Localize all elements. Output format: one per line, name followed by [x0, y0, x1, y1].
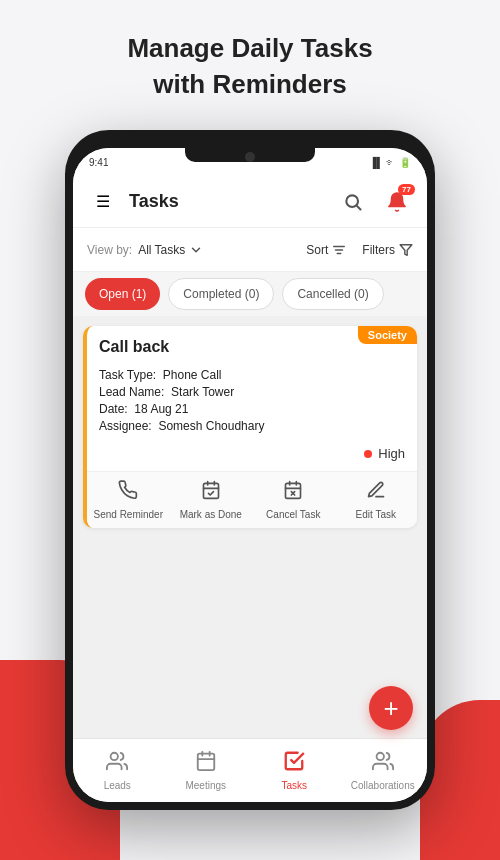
priority-label: High	[378, 446, 405, 461]
mark-done-label: Mark as Done	[180, 509, 242, 520]
collaborations-icon	[372, 750, 394, 777]
edit-task-label: Edit Task	[356, 509, 396, 520]
sort-icon	[332, 243, 346, 257]
lead-name-label: Lead Name:	[99, 385, 164, 399]
tab-open-label: Open (1)	[99, 287, 146, 301]
filters-button[interactable]: Filters	[362, 243, 413, 257]
search-icon	[343, 192, 363, 212]
phone-screen: 9:41 ▐▌ ᯤ 🔋 ☰ Tasks 77	[73, 148, 427, 802]
assignee-value: Somesh Choudhary	[158, 419, 264, 433]
send-reminder-button[interactable]: Send Reminder	[87, 472, 170, 528]
assignee-label: Assignee:	[99, 419, 152, 433]
chevron-down-icon	[189, 243, 203, 257]
task-meta: Task Type: Phone Call Lead Name: Stark T…	[87, 368, 417, 446]
nav-meetings[interactable]: Meetings	[162, 744, 251, 797]
filter-icon	[399, 243, 413, 257]
search-button[interactable]	[337, 186, 369, 218]
task-card: Call back Society Task Type: Phone Call …	[83, 326, 417, 528]
leads-icon	[106, 750, 128, 777]
svg-point-21	[376, 753, 383, 760]
priority-dot	[364, 450, 372, 458]
send-reminder-icon	[118, 480, 138, 505]
meetings-label: Meetings	[185, 780, 226, 791]
app-bar-icons: 77	[337, 186, 413, 218]
svg-rect-10	[286, 483, 301, 498]
date-row: Date: 18 Aug 21	[99, 402, 405, 416]
filter-right: Sort Filters	[306, 243, 413, 257]
tab-cancelled[interactable]: Cancelled (0)	[282, 278, 383, 310]
tab-completed[interactable]: Completed (0)	[168, 278, 274, 310]
svg-line-1	[357, 205, 361, 209]
svg-rect-17	[198, 754, 215, 771]
edit-task-button[interactable]: Edit Task	[335, 472, 418, 528]
sort-label: Sort	[306, 243, 328, 257]
view-by-label: View by:	[87, 243, 132, 257]
filter-bar: View by: All Tasks Sort Filters	[73, 228, 427, 272]
fab-icon: +	[383, 693, 398, 724]
fab-add-button[interactable]: +	[369, 686, 413, 730]
nav-leads[interactable]: Leads	[73, 744, 162, 797]
heading-line2: with Reminders	[153, 69, 347, 99]
app-title: Tasks	[129, 191, 337, 212]
view-value: All Tasks	[138, 243, 185, 257]
cancel-task-icon	[283, 480, 303, 505]
assignee-row: Assignee: Somesh Choudhary	[99, 419, 405, 433]
tab-cancelled-label: Cancelled (0)	[297, 287, 368, 301]
svg-marker-5	[400, 244, 412, 255]
tab-completed-label: Completed (0)	[183, 287, 259, 301]
menu-button[interactable]: ☰	[87, 186, 119, 218]
phone-camera	[245, 152, 255, 162]
filters-label: Filters	[362, 243, 395, 257]
task-type-label: Task Type:	[99, 368, 156, 382]
menu-icon: ☰	[96, 192, 110, 211]
collaborations-label: Collaborations	[351, 780, 415, 791]
status-time: 9:41	[89, 157, 108, 168]
notification-button[interactable]: 77	[381, 186, 413, 218]
page-header: Manage Daily Tasks with Reminders	[0, 0, 500, 123]
date-value: 18 Aug 21	[134, 402, 188, 416]
lead-name-value: Stark Tower	[171, 385, 234, 399]
notification-badge: 77	[398, 184, 415, 195]
phone-frame: 9:41 ▐▌ ᯤ 🔋 ☰ Tasks 77	[65, 130, 435, 810]
heading-line1: Manage Daily Tasks	[127, 33, 372, 63]
task-title: Call back	[99, 338, 346, 356]
date-label: Date:	[99, 402, 128, 416]
tasks-icon	[283, 750, 305, 777]
tab-open[interactable]: Open (1)	[85, 278, 160, 310]
task-card-header: Call back Society	[87, 326, 417, 368]
nav-collaborations[interactable]: Collaborations	[339, 744, 428, 797]
svg-rect-6	[203, 483, 218, 498]
app-bar: ☰ Tasks 77	[73, 176, 427, 228]
priority-row: High	[87, 446, 417, 471]
task-type-value: Phone Call	[163, 368, 222, 382]
send-reminder-label: Send Reminder	[94, 509, 163, 520]
cancel-task-button[interactable]: Cancel Task	[252, 472, 335, 528]
leads-label: Leads	[104, 780, 131, 791]
nav-tasks[interactable]: Tasks	[250, 744, 339, 797]
status-icons: ▐▌ ᯤ 🔋	[369, 157, 411, 168]
task-type-row: Task Type: Phone Call	[99, 368, 405, 382]
edit-task-icon	[366, 480, 386, 505]
cancel-task-label: Cancel Task	[266, 509, 320, 520]
view-select[interactable]: All Tasks	[138, 243, 203, 257]
sort-button[interactable]: Sort	[306, 243, 346, 257]
meetings-icon	[195, 750, 217, 777]
mark-done-icon	[201, 480, 221, 505]
task-tabs: Open (1) Completed (0) Cancelled (0)	[73, 272, 427, 316]
tasks-label: Tasks	[281, 780, 307, 791]
mark-done-button[interactable]: Mark as Done	[170, 472, 253, 528]
svg-point-16	[111, 753, 118, 760]
task-actions: Send Reminder Mark as Done	[87, 471, 417, 528]
bottom-nav: Leads Meetings Tasks	[73, 738, 427, 802]
task-tag: Society	[358, 326, 417, 344]
lead-name-row: Lead Name: Stark Tower	[99, 385, 405, 399]
task-list: Call back Society Task Type: Phone Call …	[73, 316, 427, 738]
